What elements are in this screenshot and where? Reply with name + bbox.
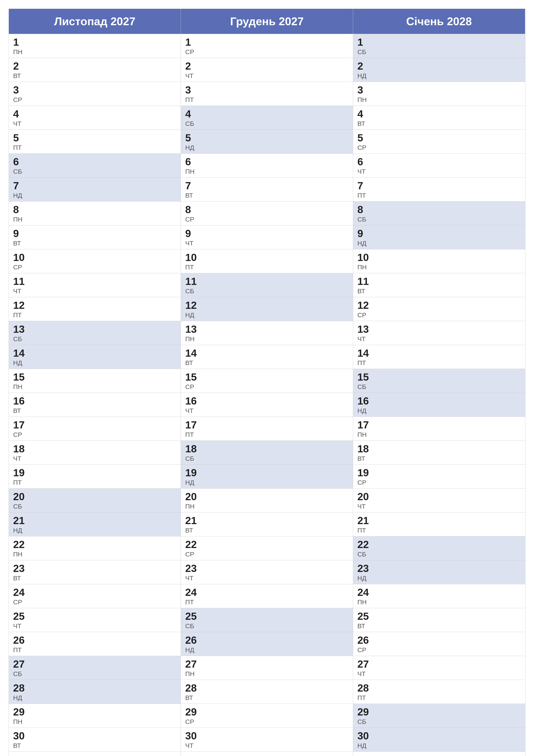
day-number-1-3: 4 [185, 109, 348, 119]
day-number-0-17: 18 [13, 444, 176, 454]
day-cell-0-28: 29ПН [9, 704, 181, 728]
day-number-1-1: 2 [185, 61, 348, 71]
day-name-2-5: ЧТ [357, 168, 521, 175]
day-cell-0-18: 19ПТ [9, 464, 181, 488]
day-number-2-20: 21 [357, 516, 521, 526]
day-name-0-19: СБ [13, 503, 176, 510]
day-number-1-8: 9 [185, 229, 348, 239]
day-cell-1-16: 17ПТ [181, 417, 353, 441]
day-cell-1-22: 23ЧТ [181, 560, 353, 584]
day-cell-1-14: 15СР [181, 369, 353, 393]
day-name-2-14: СБ [357, 383, 521, 391]
day-number-0-7: 8 [13, 204, 176, 215]
day-name-2-3: ВТ [357, 120, 521, 127]
day-name-2-9: ПН [357, 263, 521, 271]
day-cell-2-28: 29СБ [353, 704, 525, 728]
day-number-1-30: 31 [185, 755, 348, 756]
day-cell-1-0: 1СР [181, 34, 353, 58]
day-number-0-18: 19 [13, 468, 176, 478]
day-cell-1-27: 28ВТ [181, 680, 353, 704]
day-number-0-5: 6 [13, 157, 176, 167]
day-name-2-17: ВТ [357, 455, 521, 462]
day-name-2-15: НД [357, 407, 521, 415]
day-cell-2-1: 2НД [353, 58, 525, 82]
day-cell-2-21: 22СБ [353, 536, 525, 560]
day-name-1-14: СР [185, 383, 348, 391]
day-cell-1-2: 3ПТ [181, 82, 353, 106]
day-number-0-13: 14 [13, 348, 176, 358]
day-number-2-29: 30 [357, 731, 521, 741]
day-number-0-20: 21 [13, 516, 176, 526]
day-cell-0-8: 9ВТ [9, 225, 181, 249]
day-cell-2-12: 13ЧТ [353, 321, 525, 345]
day-number-0-27: 28 [13, 683, 176, 693]
day-number-1-26: 27 [185, 659, 348, 669]
day-cell-1-13: 14ВТ [181, 345, 353, 369]
day-name-1-16: ПТ [185, 431, 348, 438]
day-cell-2-4: 5СР [353, 129, 525, 153]
day-name-0-24: ЧТ [13, 622, 176, 630]
day-number-0-10: 11 [13, 276, 176, 286]
day-name-0-2: СР [13, 96, 176, 103]
day-cell-0-3: 4ЧТ [9, 106, 181, 129]
day-name-0-12: СБ [13, 335, 176, 343]
day-name-1-17: СБ [185, 455, 348, 462]
day-number-0-6: 7 [13, 180, 176, 191]
day-cell-1-25: 26НД [181, 632, 353, 656]
day-cell-0-23: 24СР [9, 584, 181, 608]
day-number-1-2: 3 [185, 85, 348, 95]
day-name-1-29: ЧТ [185, 742, 348, 749]
day-cell-1-6: 7ВТ [181, 177, 353, 201]
day-number-0-2: 3 [13, 85, 176, 95]
day-number-2-30: 31 [357, 755, 521, 756]
day-cell-2-5: 6ЧТ [353, 153, 525, 177]
day-cell-0-1: 2ВТ [9, 58, 181, 82]
day-number-0-11: 12 [13, 300, 176, 310]
day-name-1-12: ПН [185, 335, 348, 343]
day-number-1-12: 13 [185, 324, 348, 335]
day-number-1-18: 19 [185, 468, 348, 478]
day-number-1-9: 10 [185, 252, 348, 263]
day-cell-1-8: 9ЧТ [181, 225, 353, 249]
day-number-2-10: 11 [357, 276, 521, 286]
day-number-2-5: 6 [357, 157, 521, 167]
day-name-2-21: СБ [357, 551, 521, 558]
day-number-1-21: 22 [185, 539, 348, 550]
day-name-2-12: ЧТ [357, 335, 521, 343]
day-name-2-13: ПТ [357, 359, 521, 366]
day-number-1-11: 12 [185, 300, 348, 310]
day-name-0-9: СР [13, 263, 176, 271]
day-number-2-1: 2 [357, 61, 521, 71]
day-name-1-3: СБ [185, 120, 348, 127]
day-name-2-23: ПН [357, 599, 521, 606]
day-number-1-10: 11 [185, 276, 348, 286]
day-number-1-16: 17 [185, 420, 348, 430]
day-number-1-23: 24 [185, 587, 348, 598]
day-cell-0-9: 10СР [9, 249, 181, 273]
day-name-1-27: ВТ [185, 694, 348, 701]
day-name-1-13: ВТ [185, 359, 348, 366]
day-number-1-7: 8 [185, 204, 348, 215]
day-number-0-24: 25 [13, 611, 176, 622]
day-number-2-19: 20 [357, 492, 521, 502]
day-number-2-3: 4 [357, 109, 521, 119]
day-name-1-9: ПТ [185, 263, 348, 271]
day-cell-0-14: 15ПН [9, 369, 181, 393]
day-cell-2-2: 3ПН [353, 82, 525, 106]
day-name-2-25: СР [357, 646, 521, 654]
day-name-0-21: ПН [13, 551, 176, 558]
day-name-2-19: ЧТ [357, 503, 521, 510]
day-number-0-16: 17 [13, 420, 176, 430]
day-cell-0-25: 26ПТ [9, 632, 181, 656]
day-cell-0-29: 30ВТ [9, 728, 181, 751]
day-number-0-14: 15 [13, 372, 176, 382]
day-cell-0-4: 5ПТ [9, 129, 181, 153]
day-cell-1-11: 12НД [181, 297, 353, 321]
day-number-1-24: 25 [185, 611, 348, 622]
day-cell-1-21: 22СР [181, 536, 353, 560]
day-name-2-27: ПТ [357, 694, 521, 701]
day-number-2-15: 16 [357, 396, 521, 406]
day-number-2-7: 8 [357, 204, 521, 215]
day-number-0-19: 20 [13, 492, 176, 502]
day-cell-2-17: 18ВТ [353, 441, 525, 464]
